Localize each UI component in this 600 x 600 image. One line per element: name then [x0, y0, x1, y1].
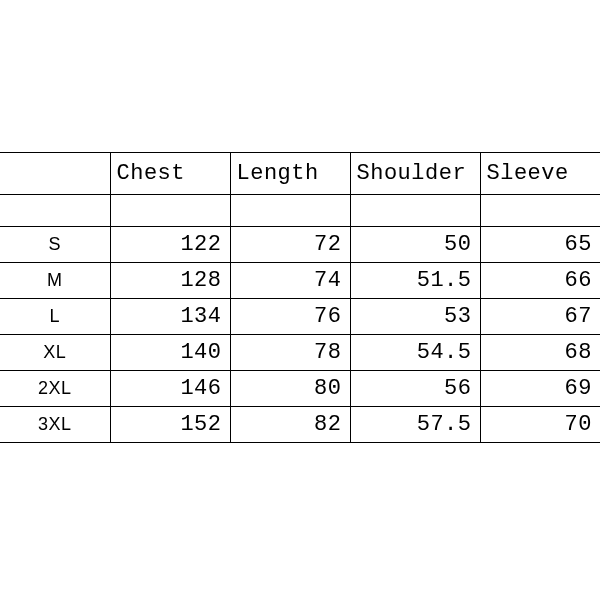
- cell-length: 74: [230, 263, 350, 299]
- header-length: Length: [230, 153, 350, 195]
- cell-size: L: [0, 299, 110, 335]
- cell-chest: 152: [110, 407, 230, 443]
- cell-shoulder: 53: [350, 299, 480, 335]
- cell-length: 82: [230, 407, 350, 443]
- cell-shoulder: 50: [350, 227, 480, 263]
- cell-sleeve: 68: [480, 335, 600, 371]
- table-header-row: Chest Length Shoulder Sleeve: [0, 153, 600, 195]
- cell-size: 3XL: [0, 407, 110, 443]
- cell-shoulder: 56: [350, 371, 480, 407]
- cell-size: M: [0, 263, 110, 299]
- cell-shoulder: 57.5: [350, 407, 480, 443]
- table-row: L 134 76 53 67: [0, 299, 600, 335]
- table-row: 2XL 146 80 56 69: [0, 371, 600, 407]
- cell-length: 72: [230, 227, 350, 263]
- cell-shoulder: 54.5: [350, 335, 480, 371]
- cell-length: 76: [230, 299, 350, 335]
- header-sleeve: Sleeve: [480, 153, 600, 195]
- header-shoulder: Shoulder: [350, 153, 480, 195]
- cell-chest: 140: [110, 335, 230, 371]
- cell-chest: 146: [110, 371, 230, 407]
- cell-sleeve: 65: [480, 227, 600, 263]
- cell-size: XL: [0, 335, 110, 371]
- cell-size: S: [0, 227, 110, 263]
- cell-sleeve: 66: [480, 263, 600, 299]
- cell-length: 80: [230, 371, 350, 407]
- table-row: S 122 72 50 65: [0, 227, 600, 263]
- table-row: 3XL 152 82 57.5 70: [0, 407, 600, 443]
- cell-sleeve: 70: [480, 407, 600, 443]
- size-chart-table: Chest Length Shoulder Sleeve S 122 72 50…: [0, 152, 600, 443]
- cell-sleeve: 67: [480, 299, 600, 335]
- cell-shoulder: 51.5: [350, 263, 480, 299]
- cell-chest: 134: [110, 299, 230, 335]
- cell-chest: 128: [110, 263, 230, 299]
- header-chest: Chest: [110, 153, 230, 195]
- table-row: M 128 74 51.5 66: [0, 263, 600, 299]
- table-row: XL 140 78 54.5 68: [0, 335, 600, 371]
- cell-chest: 122: [110, 227, 230, 263]
- cell-size: 2XL: [0, 371, 110, 407]
- table-spacer-row: [0, 195, 600, 227]
- header-size: [0, 153, 110, 195]
- size-table: Chest Length Shoulder Sleeve S 122 72 50…: [0, 152, 600, 443]
- cell-length: 78: [230, 335, 350, 371]
- cell-sleeve: 69: [480, 371, 600, 407]
